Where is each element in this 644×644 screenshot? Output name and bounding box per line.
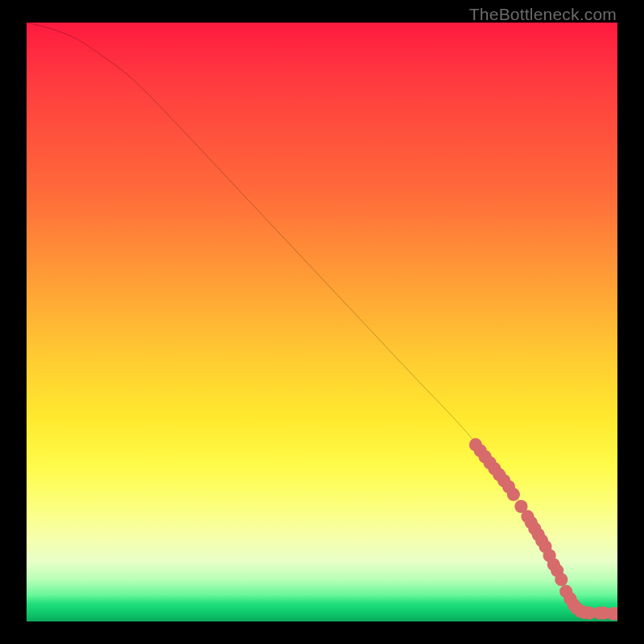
chart-svg [27,23,617,621]
data-point [555,573,568,586]
plot-area [27,23,617,621]
watermark-text: TheBottleneck.com [469,5,617,24]
data-points [469,438,617,620]
data-point [507,488,520,501]
chart-frame: TheBottleneck.com [0,0,644,644]
